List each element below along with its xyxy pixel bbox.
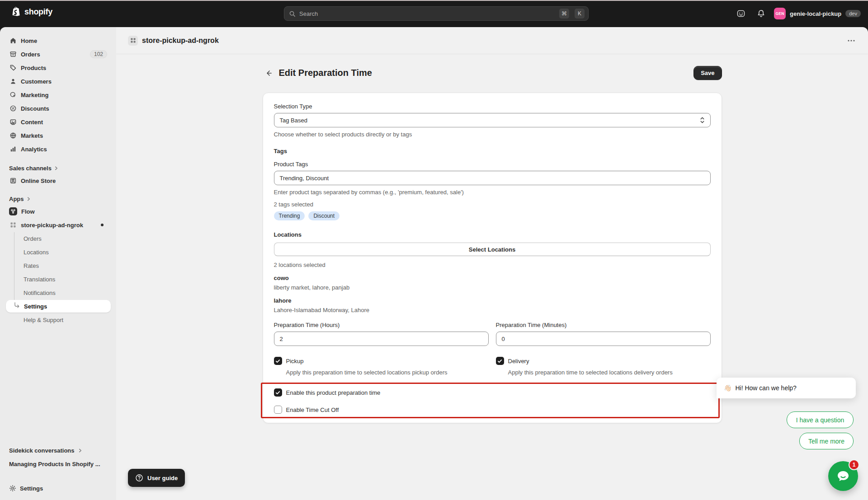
waving-hand-emoji: 👋🏻 — [724, 384, 731, 392]
selection-type-label: Selection Type — [274, 103, 711, 110]
orders-icon — [9, 51, 17, 58]
chat-greeting-text: Hi! How can we help? — [735, 384, 796, 392]
sidebar-item-label: Marketing — [21, 92, 48, 98]
discounts-icon — [9, 105, 17, 112]
cmd-key: ⌘ — [559, 9, 569, 19]
sales-channels-header[interactable]: Sales channels — [5, 162, 111, 174]
content-icon — [9, 118, 17, 126]
account-menu[interactable]: GEN genie-local-pickup dev — [774, 8, 861, 19]
locations-selected-count: 2 locations selected — [274, 262, 711, 268]
tag-badge-trending: Trending — [274, 211, 305, 220]
online-store-icon — [9, 177, 17, 185]
product-tags-help: Enter product tags separated by commas (… — [274, 189, 711, 196]
prep-minutes-label: Preparation Time (Minutes) — [496, 322, 711, 328]
pickup-help: Apply this preparation time to selected … — [286, 369, 489, 376]
search-input[interactable]: Search ⌘ K — [284, 6, 589, 21]
location-address: Lahore-Islamabad Motorway, Lahore — [274, 307, 711, 313]
sidekick-conversations-header[interactable]: Sidekick conversations — [5, 444, 111, 456]
more-options-icon[interactable] — [844, 37, 858, 44]
sidebar-item-analytics[interactable]: Analytics — [5, 143, 111, 155]
flow-icon — [9, 207, 17, 215]
avatar: GEN — [774, 8, 786, 19]
prep-hours-label: Preparation Time (Hours) — [274, 322, 489, 328]
user-guide-button[interactable]: User guide — [128, 469, 185, 487]
markets-globe-icon — [9, 132, 17, 140]
product-tags-input[interactable]: Trending, Discount — [274, 171, 711, 185]
subnav-item-notifications[interactable]: Notifications — [5, 286, 111, 299]
locations-heading: Locations — [274, 231, 711, 238]
k-key: K — [575, 9, 585, 19]
sidebar-item-customers[interactable]: Customers — [5, 75, 111, 88]
subnav-item-locations[interactable]: Locations — [5, 246, 111, 258]
sidebar-settings[interactable]: Settings — [5, 482, 111, 494]
sidebar-item-label: Orders — [21, 51, 40, 58]
selection-type-select[interactable]: Tag Based — [274, 113, 711, 127]
main-content: store-pickup-ad-ngrok Edit Preparation T… — [116, 27, 868, 500]
chevron-right-icon — [78, 449, 82, 453]
search-icon — [289, 10, 296, 17]
notifications-bell-icon[interactable] — [754, 7, 768, 20]
back-arrow-icon[interactable] — [263, 67, 275, 79]
sidebar-item-orders[interactable]: Orders 102 — [5, 48, 111, 61]
customers-icon — [9, 78, 17, 85]
sidebar-item-app-store-pickup[interactable]: store-pickup-ad-ngrok — [5, 219, 111, 231]
location-name: lahore — [274, 297, 711, 304]
enable-time-cutoff-checkbox[interactable]: Enable Time Cut Off — [274, 406, 711, 414]
products-tag-icon — [9, 64, 17, 72]
orders-count-badge: 102 — [90, 50, 107, 58]
checkbox-checked-icon — [274, 357, 282, 365]
chat-greeting-card[interactable]: 👋🏻 Hi! How can we help? — [717, 378, 856, 398]
selection-type-help: Choose whether to select products direct… — [274, 131, 711, 138]
shopify-wordmark: shopify — [24, 7, 52, 17]
delivery-help: Apply this preparation time to selected … — [508, 369, 711, 376]
subnav-item-orders[interactable]: Orders — [5, 232, 111, 245]
subnav-item-rates[interactable]: Rates — [5, 259, 111, 272]
sidekick-icon[interactable] — [734, 7, 748, 20]
chat-tell-me-more-button[interactable]: Tell me more — [799, 433, 854, 449]
app-subnav: Orders Locations Rates Translations Noti… — [5, 232, 111, 326]
question-circle-icon — [135, 474, 143, 482]
gear-icon — [9, 485, 16, 492]
app-active-dot — [101, 224, 104, 226]
sidebar-item-label: Content — [21, 119, 43, 126]
sidebar-item-label: Analytics — [21, 146, 47, 153]
subnav-item-settings[interactable]: Settings — [6, 300, 111, 313]
sidebar-item-marketing[interactable]: Marketing — [5, 89, 111, 101]
tags-selected-count: 2 tags selected — [274, 201, 711, 208]
checkbox-checked-icon — [496, 357, 504, 365]
enable-prep-time-checkbox[interactable]: Enable this product preparation time — [274, 388, 711, 397]
chevron-right-icon — [27, 197, 31, 201]
tag-badge-discount: Discount — [308, 211, 340, 220]
save-button[interactable]: Save — [693, 66, 722, 80]
sidebar-item-label: Markets — [21, 132, 43, 139]
sidebar-item-label: Discounts — [21, 105, 49, 112]
prep-hours-input[interactable]: 2 — [274, 332, 489, 346]
chat-question-button[interactable]: I have a question — [787, 411, 854, 428]
chevron-right-icon — [54, 166, 58, 170]
sidekick-conversation-item[interactable]: Managing Products In Shopify ... — [5, 458, 111, 470]
prep-minutes-input[interactable]: 0 — [496, 332, 711, 346]
apps-header[interactable]: Apps — [5, 192, 111, 205]
sidebar: Home Orders 102 Products Customers Marke… — [0, 27, 116, 500]
sidebar-item-products[interactable]: Products — [5, 61, 111, 74]
location-name: cowo — [274, 275, 711, 281]
subnav-item-translations[interactable]: Translations — [5, 273, 111, 285]
sidebar-item-discounts[interactable]: Discounts — [5, 102, 111, 115]
sidebar-item-markets[interactable]: Markets — [5, 129, 111, 142]
env-badge: dev — [845, 10, 861, 17]
sidebar-item-flow[interactable]: Flow — [5, 205, 111, 218]
sidebar-item-content[interactable]: Content — [5, 116, 111, 128]
location-address: liberty market, lahore, panjab — [274, 284, 711, 291]
delivery-checkbox[interactable]: Delivery — [496, 357, 711, 365]
sidebar-item-home[interactable]: Home — [5, 34, 111, 47]
app-grid-icon — [9, 221, 17, 229]
subnav-item-help-support[interactable]: Help & Support — [5, 313, 111, 326]
sidebar-item-label: Customers — [21, 78, 52, 85]
select-locations-button[interactable]: Select Locations — [274, 243, 711, 256]
pickup-checkbox[interactable]: Pickup — [274, 357, 489, 365]
chat-launcher-button[interactable]: 1 — [828, 461, 858, 491]
sidebar-item-online-store[interactable]: Online Store — [5, 174, 111, 187]
page-title: Edit Preparation Time — [279, 68, 372, 78]
analytics-bars-icon — [9, 145, 17, 153]
shopify-logo[interactable]: shopify — [11, 6, 52, 17]
